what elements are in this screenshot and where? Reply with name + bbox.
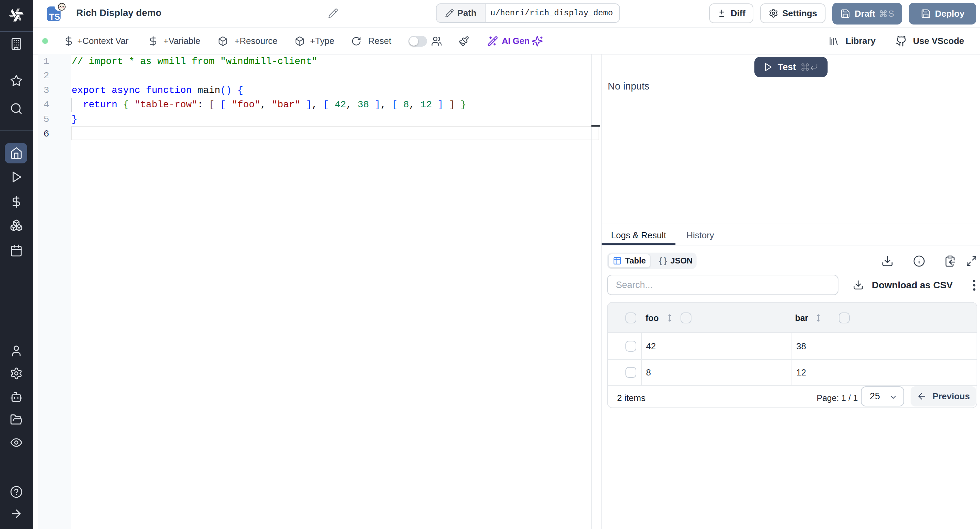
svg-text:TS: TS [49, 12, 60, 21]
